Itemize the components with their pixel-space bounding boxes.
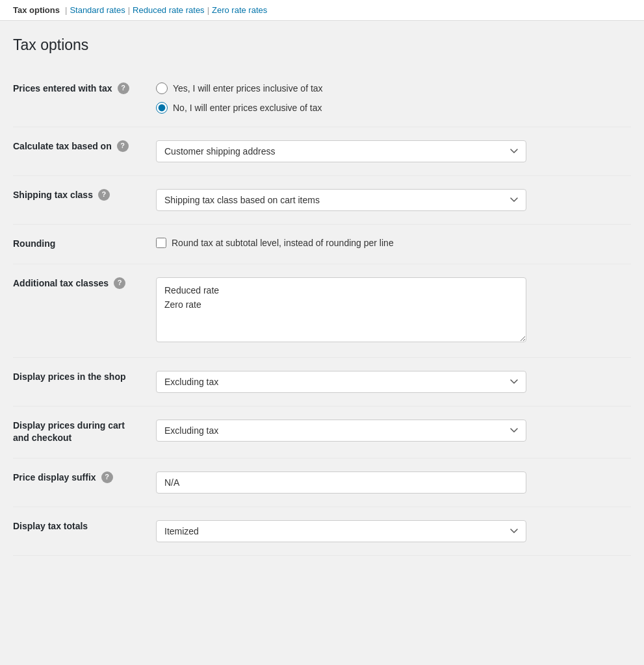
nav-link-standard-rates[interactable]: Standard rates [70, 5, 125, 15]
select-calculate-tax-based-on[interactable]: Customer shipping address Customer billi… [156, 140, 526, 162]
td-display-prices-shop: Excluding tax Including tax [156, 357, 631, 406]
select-display-prices-shop[interactable]: Excluding tax Including tax [156, 371, 526, 393]
page-wrapper: Tax options | Standard rates | Reduced r… [0, 0, 644, 665]
row-additional-tax-classes: Additional tax classes ? Reduced rate Ze… [13, 264, 631, 357]
radio-group-prices-with-tax: Yes, I will enter prices inclusive of ta… [156, 82, 631, 114]
th-price-display-suffix: Price display suffix ? [13, 458, 156, 507]
tax-options-form: Prices entered with tax ? Yes, I will en… [13, 69, 631, 556]
select-shipping-tax-class[interactable]: Shipping tax class based on cart items S… [156, 189, 526, 211]
th-calculate-tax-based-on: Calculate tax based on ? [13, 127, 156, 176]
nav-sep-3: | [207, 5, 209, 15]
top-nav: Tax options | Standard rates | Reduced r… [0, 0, 644, 21]
row-display-tax-totals: Display tax totals Itemized As a single … [13, 507, 631, 555]
th-rounding: Rounding [13, 225, 156, 264]
th-additional-tax-classes: Additional tax classes ? [13, 264, 156, 357]
td-shipping-tax-class: Shipping tax class based on cart items S… [156, 176, 631, 225]
checkbox-rounding-text: Round tax at subtotal level, instead of … [172, 238, 394, 248]
radio-inclusive[interactable] [156, 82, 168, 94]
radio-inclusive-text: Yes, I will enter prices inclusive of ta… [173, 83, 323, 94]
th-display-prices-cart: Display prices during cart and checkout [13, 406, 156, 458]
select-display-prices-cart[interactable]: Excluding tax Including tax [156, 420, 526, 442]
row-shipping-tax-class: Shipping tax class ? Shipping tax class … [13, 176, 631, 225]
select-display-tax-totals[interactable]: Itemized As a single total [156, 520, 526, 542]
label-display-prices-cart: Display prices during cart and checkout [13, 420, 125, 444]
checkbox-rounding[interactable] [156, 238, 166, 248]
label-shipping-tax-class: Shipping tax class [13, 189, 93, 202]
th-display-prices-shop: Display prices in the shop [13, 357, 156, 406]
row-rounding: Rounding Round tax at subtotal level, in… [13, 225, 631, 264]
row-price-display-suffix: Price display suffix ? [13, 458, 631, 507]
td-price-display-suffix [156, 458, 631, 507]
label-price-display-suffix: Price display suffix [13, 471, 96, 484]
radio-label-inclusive[interactable]: Yes, I will enter prices inclusive of ta… [156, 82, 631, 94]
th-display-tax-totals: Display tax totals [13, 507, 156, 555]
th-shipping-tax-class: Shipping tax class ? [13, 176, 156, 225]
td-display-tax-totals: Itemized As a single total [156, 507, 631, 555]
help-icon-calculate-tax-based-on[interactable]: ? [117, 140, 129, 152]
row-display-prices-cart: Display prices during cart and checkout … [13, 406, 631, 458]
label-rounding: Rounding [13, 238, 55, 249]
td-prices-entered-with-tax: Yes, I will enter prices inclusive of ta… [156, 69, 631, 127]
nav-current-label: Tax options [13, 5, 60, 15]
row-prices-entered-with-tax: Prices entered with tax ? Yes, I will en… [13, 69, 631, 127]
radio-label-exclusive[interactable]: No, I will enter prices exclusive of tax [156, 102, 631, 114]
radio-exclusive[interactable] [156, 102, 168, 114]
td-calculate-tax-based-on: Customer shipping address Customer billi… [156, 127, 631, 176]
nav-link-reduced-rate-rates[interactable]: Reduced rate rates [133, 5, 205, 15]
nav-sep-1: | [65, 5, 67, 15]
radio-exclusive-text: No, I will enter prices exclusive of tax [173, 103, 322, 113]
label-calculate-tax-based-on: Calculate tax based on [13, 140, 112, 153]
help-icon-prices-entered-with-tax[interactable]: ? [118, 82, 129, 94]
textarea-additional-tax-classes[interactable]: Reduced rate Zero rate [156, 277, 526, 342]
label-display-prices-shop: Display prices in the shop [13, 371, 126, 382]
label-prices-entered-with-tax: Prices entered with tax [13, 82, 112, 95]
label-display-tax-totals: Display tax totals [13, 521, 88, 531]
td-rounding: Round tax at subtotal level, instead of … [156, 225, 631, 264]
help-icon-price-display-suffix[interactable]: ? [101, 471, 113, 483]
th-prices-entered-with-tax: Prices entered with tax ? [13, 69, 156, 127]
help-icon-additional-tax-classes[interactable]: ? [114, 277, 125, 289]
td-display-prices-cart: Excluding tax Including tax [156, 406, 631, 458]
checkbox-label-rounding[interactable]: Round tax at subtotal level, instead of … [156, 238, 631, 248]
row-calculate-tax-based-on: Calculate tax based on ? Customer shippi… [13, 127, 631, 176]
input-price-display-suffix[interactable] [156, 471, 526, 494]
main-content: Tax options Prices entered with tax ? Ye… [0, 21, 644, 569]
td-additional-tax-classes: Reduced rate Zero rate [156, 264, 631, 357]
page-title: Tax options [13, 36, 631, 54]
help-icon-shipping-tax-class[interactable]: ? [98, 189, 110, 201]
label-additional-tax-classes: Additional tax classes [13, 277, 109, 290]
row-display-prices-shop: Display prices in the shop Excluding tax… [13, 357, 631, 406]
nav-sep-2: | [128, 5, 130, 15]
nav-link-zero-rate-rates[interactable]: Zero rate rates [212, 5, 267, 15]
